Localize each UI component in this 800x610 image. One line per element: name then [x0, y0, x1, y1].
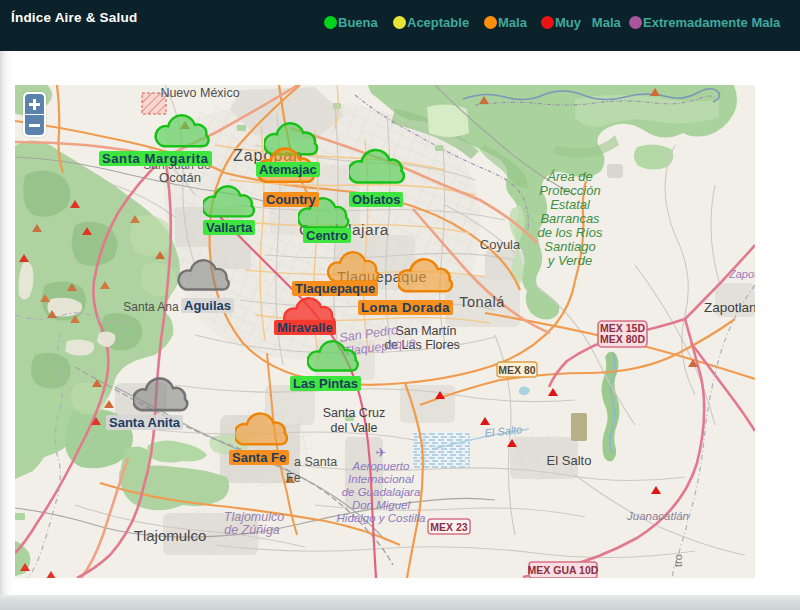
svg-text:MEX 23: MEX 23 [430, 521, 468, 533]
svg-text:MEX 80: MEX 80 [498, 364, 536, 376]
svg-text:Santiago: Santiago [544, 239, 595, 254]
svg-text:y Verde: y Verde [547, 253, 592, 268]
svg-text:Tlajomulco: Tlajomulco [224, 510, 284, 524]
svg-text:Hidalgo y Costilla: Hidalgo y Costilla [337, 512, 426, 524]
svg-text:Ocotán: Ocotán [159, 170, 201, 185]
svg-text:✈: ✈ [376, 445, 387, 460]
svg-text:Tonalá: Tonalá [459, 294, 505, 310]
svg-text:de Guadalajara: de Guadalajara [342, 486, 421, 498]
svg-text:Tlajomulco: Tlajomulco [134, 527, 207, 544]
svg-text:Nuevo México: Nuevo México [160, 86, 239, 100]
svg-text:El Salto: El Salto [547, 453, 592, 468]
svg-text:Coyula: Coyula [480, 237, 521, 252]
svg-text:Protección: Protección [539, 183, 600, 198]
svg-text:tro: tro [672, 554, 684, 567]
svg-text:Santa Cruz: Santa Cruz [323, 406, 386, 420]
svg-text:Barrancas: Barrancas [540, 211, 600, 226]
svg-text:Área de: Área de [546, 169, 593, 184]
svg-text:Zapot: Zapot [728, 268, 755, 280]
svg-text:Fe: Fe [286, 471, 301, 485]
svg-text:Zapotlane: Zapotlane [704, 300, 755, 315]
svg-text:del Valle: del Valle [330, 421, 377, 435]
svg-text:de los Ríos: de los Ríos [537, 225, 603, 240]
svg-text:a Santa: a Santa [294, 455, 337, 469]
svg-text:MEX 80D: MEX 80D [600, 333, 645, 345]
svg-text:Internacional: Internacional [348, 473, 414, 485]
svg-text:MEX GUA 10D: MEX GUA 10D [528, 564, 599, 576]
svg-text:de Zúñiga: de Zúñiga [224, 523, 280, 537]
svg-text:Juanacatlán: Juanacatlán [626, 510, 689, 522]
svg-text:Estatal: Estatal [550, 197, 591, 212]
svg-text:Don Miguel: Don Miguel [352, 499, 411, 511]
svg-text:Santa Ana: Santa Ana [123, 300, 179, 314]
svg-text:Aeropuerto: Aeropuerto [352, 460, 411, 472]
